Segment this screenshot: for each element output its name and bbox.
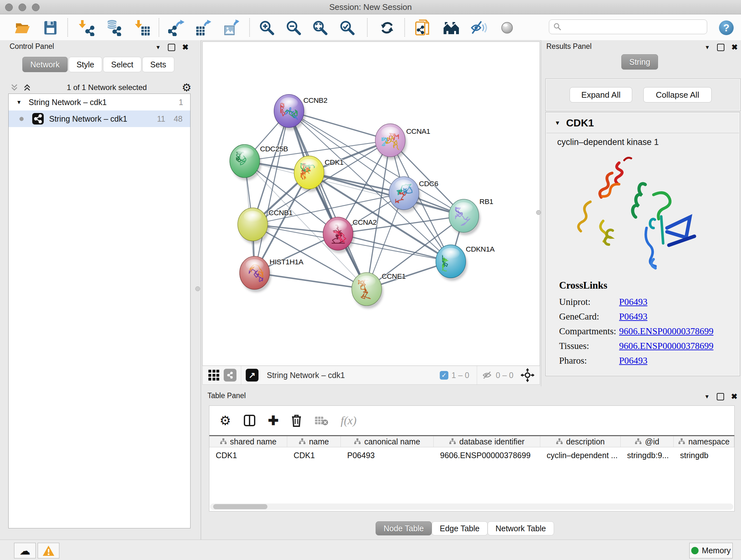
column-header-canonical-name[interactable]: canonical name xyxy=(341,436,434,447)
table-cell[interactable]: P06493 xyxy=(341,448,434,462)
tab-style[interactable]: Style xyxy=(69,57,103,72)
export-table-file-icon[interactable] xyxy=(194,19,212,37)
panel-close-icon[interactable]: ✖ xyxy=(731,44,738,51)
table-tab-network-table[interactable]: Network Table xyxy=(488,521,554,536)
table-tab-node-table[interactable]: Node Table xyxy=(376,521,432,536)
right-splitter-handle[interactable] xyxy=(536,210,541,215)
open-in-browser-icon[interactable] xyxy=(414,19,432,37)
zoom-in-icon[interactable] xyxy=(258,19,276,37)
tab-sets[interactable]: Sets xyxy=(142,57,174,72)
create-column-icon[interactable]: ✚ xyxy=(268,414,279,427)
panel-close-icon[interactable]: ✖ xyxy=(731,393,738,400)
show-columns-icon[interactable] xyxy=(243,414,256,427)
left-splitter-handle[interactable] xyxy=(195,287,200,291)
tab-select[interactable]: Select xyxy=(103,57,141,72)
open-file-icon[interactable] xyxy=(13,19,31,37)
panel-menu-icon[interactable]: ▼ xyxy=(704,45,710,50)
tab-network[interactable]: Network xyxy=(22,57,68,72)
panel-close-icon[interactable]: ✖ xyxy=(182,44,189,51)
birdseye-view-icon[interactable]: ↗ xyxy=(246,369,259,381)
network-canvas[interactable]: CCNB2CCNA1CDC25BCDK1CDC6RB1CCNB1CCNA2CDK… xyxy=(202,42,540,366)
panel-float-icon[interactable] xyxy=(717,44,724,51)
column-header-namespace[interactable]: namespace xyxy=(674,436,734,447)
results-tab-string[interactable]: String xyxy=(621,54,658,70)
table-cell[interactable]: stringdb:9... xyxy=(621,448,674,462)
column-header-name[interactable]: name xyxy=(287,436,341,447)
table-cell[interactable]: CDK1 xyxy=(209,448,287,462)
scrollbar-thumb[interactable] xyxy=(213,504,267,509)
column-header-shared-name[interactable]: shared name xyxy=(209,436,287,447)
gene-header[interactable]: ▼ CDK1 xyxy=(546,113,739,133)
table-cell[interactable]: stringdb xyxy=(674,448,734,462)
delete-table-icon[interactable] xyxy=(314,415,328,426)
network-row[interactable]: String Network – cdk1 11 48 xyxy=(9,111,190,127)
table-cell[interactable]: CDK1 xyxy=(287,448,341,462)
network-node-CDC6[interactable] xyxy=(389,177,419,210)
cloud-tasks-button[interactable]: ☁ xyxy=(14,543,36,558)
table-cell[interactable]: cyclin–dependent ... xyxy=(540,448,621,462)
import-network-database-icon[interactable] xyxy=(105,19,122,37)
network-node-CDK1[interactable] xyxy=(294,156,324,189)
zoom-fit-icon[interactable] xyxy=(311,19,329,37)
network-edge-CDC25B-RB1[interactable] xyxy=(245,161,464,216)
hide-graphics-details-icon[interactable] xyxy=(470,19,488,37)
expand-all-button[interactable]: Expand All xyxy=(569,87,632,103)
fit-selected-crosshair-icon[interactable] xyxy=(521,368,535,382)
expand-all-icon[interactable] xyxy=(22,83,32,92)
show-graphics-details-icon[interactable] xyxy=(498,19,516,37)
import-network-file-icon[interactable] xyxy=(77,19,95,37)
save-session-icon[interactable] xyxy=(42,19,59,37)
collapse-all-button[interactable]: Collapse All xyxy=(643,87,712,103)
network-collection-row[interactable]: ▼ String Network – cdk1 1 xyxy=(9,94,190,111)
network-node-RB1[interactable] xyxy=(449,199,479,233)
grid-view-icon[interactable] xyxy=(208,370,219,381)
gene-collapse-icon[interactable]: ▼ xyxy=(555,120,560,126)
network-node-CCNA1[interactable] xyxy=(375,124,405,157)
string-home-icon[interactable] xyxy=(442,19,460,37)
network-node-CDKN1A[interactable] xyxy=(436,245,466,278)
network-node-CCNB1[interactable] xyxy=(238,208,268,241)
network-node-CCNE1[interactable] xyxy=(352,273,382,306)
crosslink-pharos-link[interactable]: P06493 xyxy=(619,355,648,366)
search-input[interactable] xyxy=(549,19,707,34)
network-edge-HIST1H1A-CCNE1[interactable] xyxy=(255,273,367,289)
export-image-icon[interactable] xyxy=(222,19,240,37)
crosslink-genecard-link[interactable]: P06493 xyxy=(619,311,648,322)
panel-menu-icon[interactable]: ▼ xyxy=(155,45,161,50)
selected-count-checkbox-icon[interactable]: ✓ xyxy=(440,371,448,380)
column-header-description[interactable]: description xyxy=(540,436,621,447)
memory-button[interactable]: Memory xyxy=(689,543,733,558)
refresh-icon[interactable] xyxy=(378,19,396,37)
warnings-button[interactable] xyxy=(38,543,59,558)
network-edge-CCNA1-CCNE1[interactable] xyxy=(367,140,390,289)
crosslink-uniprot-link[interactable]: P06493 xyxy=(619,297,648,307)
help-icon[interactable]: ? xyxy=(718,19,735,37)
table-cell[interactable]: 9606.ENSP00000378699 xyxy=(434,448,540,462)
network-node-CCNA2[interactable] xyxy=(323,217,353,250)
table-tab-edge-table[interactable]: Edge Table xyxy=(432,521,488,536)
panel-float-icon[interactable] xyxy=(168,44,175,51)
function-builder-icon[interactable]: f(x) xyxy=(340,415,356,426)
network-node-CCNB2[interactable] xyxy=(274,95,304,128)
export-network-file-icon[interactable] xyxy=(167,19,185,37)
crosslink-compartments-link[interactable]: 9606.ENSP00000378699 xyxy=(619,326,714,336)
table-row[interactable]: CDK1CDK1P064939606.ENSP00000378699cyclin… xyxy=(209,448,734,462)
panel-float-icon[interactable] xyxy=(717,393,724,400)
collapse-all-icon[interactable] xyxy=(10,83,19,92)
table-options-gear-icon[interactable]: ⚙ xyxy=(219,414,231,427)
crosslink-tissues-link[interactable]: 9606.ENSP00000378699 xyxy=(619,341,714,351)
toolbar-separator xyxy=(67,18,68,37)
network-options-gear-icon[interactable]: ⚙ xyxy=(182,82,192,93)
delete-column-icon[interactable] xyxy=(291,414,302,427)
collection-expand-icon[interactable]: ▼ xyxy=(16,100,22,105)
column-header--id[interactable]: @id xyxy=(621,436,674,447)
zoom-out-icon[interactable] xyxy=(285,19,302,37)
zoom-selected-icon[interactable] xyxy=(338,19,356,37)
column-header-database-identifier[interactable]: database identifier xyxy=(434,436,540,447)
network-node-CDC25B[interactable] xyxy=(230,144,260,178)
import-table-file-icon[interactable] xyxy=(134,19,151,37)
panel-menu-icon[interactable]: ▼ xyxy=(704,394,710,399)
string-badge-icon[interactable] xyxy=(224,369,237,381)
network-node-HIST1H1A[interactable] xyxy=(240,256,270,290)
table-horizontal-scrollbar[interactable] xyxy=(210,503,733,510)
